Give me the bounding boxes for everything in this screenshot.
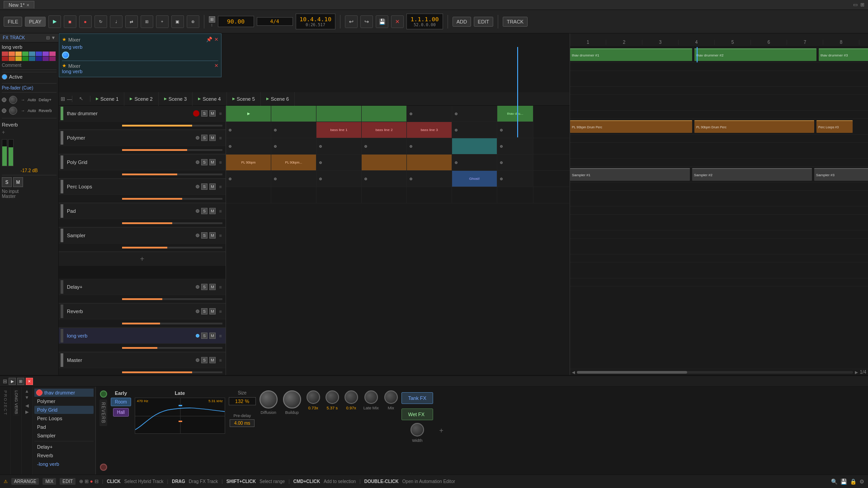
transport-extra3[interactable]: + [156,15,169,28]
track-nav-up[interactable]: ▲ [25,389,29,394]
device-item-delay[interactable]: Delay+ [34,443,94,451]
clip-cell-samp-6[interactable] [452,187,497,203]
send-delay-knob[interactable] [9,96,17,104]
track-solo-master[interactable]: S [201,357,208,363]
clip-cell-pg-4[interactable] [362,138,407,154]
color-swatch-11[interactable] [15,56,22,61]
fx-collapse-icon[interactable]: ⊟ [46,35,50,40]
clip-cell-polymer-2[interactable] [271,122,316,138]
color-swatch-13[interactable] [29,56,35,61]
track-hash-master[interactable]: ≡ [217,357,224,363]
status-icon-3[interactable]: ⊟ [94,479,99,484]
color-swatch-10[interactable] [9,56,15,61]
arrange-scrollbar-track[interactable] [577,371,853,374]
clip-cell-pg-6[interactable] [452,138,497,154]
track-solo-polygrid[interactable]: S [201,159,208,165]
mixer-pin-icon[interactable]: 📌 [206,37,212,42]
clip-cell-pad-2[interactable] [271,171,316,187]
arrange-clip-sampler-1[interactable]: Sampler #1 [570,168,690,181]
scene-btn-5[interactable]: ▶Scene 5 [227,92,261,106]
track-mute-sampler[interactable]: M [209,232,216,239]
track-solo-sampler[interactable]: S [201,232,208,239]
arrange-mode-btn[interactable]: ARRANGE [11,478,39,485]
track-hash-polymer[interactable]: ≡ [217,135,224,141]
track-hash-percloops[interactable]: ≡ [217,183,224,190]
save-button[interactable]: 💾 [376,15,388,28]
time-display[interactable]: 10.4.4.10 0:26.517 [296,14,335,29]
track-hash-sampler[interactable]: ≡ [217,232,224,239]
scene-btn-2[interactable]: ▶Scene 2 [124,92,158,106]
track-dot-polymer[interactable] [196,136,199,140]
clip-cell-drummer-1[interactable]: ▶ [226,106,271,122]
clip-cell-pl-6[interactable] [452,155,497,170]
fx-arrow-icon[interactable]: ▼ [51,35,56,40]
color-swatch-12[interactable] [22,56,28,61]
track-fader-control-master[interactable] [122,371,222,373]
color-swatch-6[interactable] [36,52,42,56]
position-display[interactable]: 1.1.1.00 52.0.0.00 [406,14,443,29]
track-fader-control-sampler[interactable] [122,247,222,249]
arrange-clip-perc-2[interactable]: PL 90bpm Drum Perc [694,120,814,133]
arrange-clip-drummer-1[interactable]: thav drummer #1 [570,48,692,61]
add-device-btn[interactable]: + [439,427,443,435]
mixer2-close-icon[interactable]: ✕ [214,63,218,69]
track-fader-control-percloops[interactable] [122,198,222,200]
track-mute-longverb[interactable]: M [209,333,216,339]
device-item-reverb[interactable]: Reverb [34,451,94,460]
redo-button[interactable]: ↪ [360,15,373,28]
clip-cell-drummer-6[interactable] [452,106,497,122]
device-item-polygrid[interactable]: Poly Grid [34,406,94,414]
track-hash-polygrid[interactable]: ≡ [217,159,224,165]
color-swatch-9[interactable] [2,56,8,61]
p073-knob[interactable] [307,390,320,404]
device-power-btn-2[interactable] [100,464,107,471]
color-swatch-7[interactable] [42,52,49,56]
track-mute-reverb[interactable]: M [209,308,216,314]
track-mute-polygrid[interactable]: M [209,159,216,165]
scene-btn-6[interactable]: ▶Scene 6 [261,92,295,106]
clip-cell-polymer-6[interactable] [452,122,497,138]
clip-cell-pad-4[interactable] [362,171,407,187]
arrange-clip-drummer-2[interactable]: thav drummer #2 [694,48,816,61]
add-track-button[interactable]: + [59,252,226,266]
file-button[interactable]: FILE [4,17,22,27]
clip-cell-pad-1[interactable] [226,171,271,187]
track-fader-control-pad[interactable] [122,222,222,224]
bottom-btn-1[interactable]: ▶ [9,378,16,385]
scene-btn-3[interactable]: ▶Scene 3 [159,92,193,106]
transport-play[interactable]: ▶ [48,15,61,28]
edit-button[interactable]: EDIT [474,17,493,27]
track-mute-pad[interactable]: M [209,208,216,214]
select-arrow[interactable]: ↖ [72,96,90,102]
tab-close-button[interactable]: × [26,2,29,8]
device-item-polymer[interactable]: Polymer [34,397,94,405]
clip-cell-pl-7[interactable] [497,155,533,170]
color-swatch-8[interactable] [49,52,56,56]
track-fader-control-reverb[interactable] [122,323,222,324]
track-hash-longverb[interactable]: ≡ [217,333,224,339]
clip-cell-drummer-4[interactable] [362,106,407,122]
scene-btn-1[interactable]: ▶Scene 1 [90,92,124,106]
transport-stop[interactable]: ■ [64,15,76,28]
track-dot-master[interactable] [196,358,199,362]
undo-button[interactable]: ↩ [345,15,358,28]
transport-extra2[interactable]: ⊞ [141,15,153,28]
track-hash-reverb[interactable]: ≡ [217,308,224,314]
clip-cell-pl-1[interactable]: PL 90bpm [226,155,271,170]
mix-knob[interactable] [384,390,398,404]
clip-cell-pad-5[interactable] [407,171,452,187]
track-nav-right[interactable]: ▶ [25,409,29,414]
clip-cell-pad-7[interactable] [497,171,533,187]
track-solo-polymer[interactable]: S [201,135,208,141]
p097-knob[interactable] [344,390,358,404]
bpm-display[interactable]: 90.00 [218,16,254,27]
play-button[interactable]: PLAY [25,17,45,27]
clip-cell-samp-1[interactable] [226,187,271,203]
mixer-close-icon[interactable]: ✕ [214,37,218,42]
status-icon-1[interactable]: ⊕ [79,479,83,484]
track-solo-pad[interactable]: S [201,208,208,214]
track-rec-drummer[interactable] [193,110,199,117]
close-button[interactable]: ✕ [391,15,404,28]
status-icon-rec[interactable]: ● [90,479,93,484]
lock-icon[interactable]: 🔒 [850,479,857,485]
